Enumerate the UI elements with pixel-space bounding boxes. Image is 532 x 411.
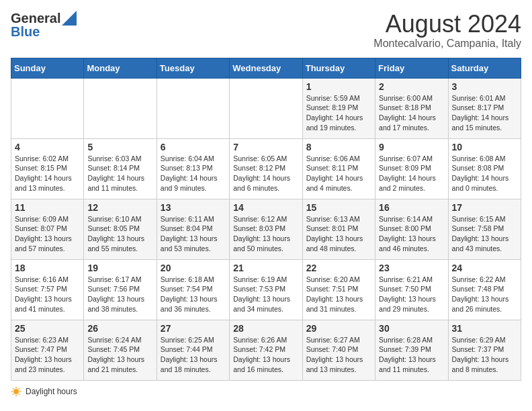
- svg-line-8: [19, 388, 19, 389]
- logo-blue-text: Blue: [11, 24, 77, 39]
- calendar-cell: 25Sunrise: 6:23 AMSunset: 7:47 PMDayligh…: [11, 320, 84, 380]
- day-number: 5: [87, 142, 152, 152]
- week-row-1: 1Sunrise: 5:59 AMSunset: 8:19 PMDaylight…: [11, 78, 521, 138]
- day-info: Sunrise: 6:25 AMSunset: 7:44 PMDaylight:…: [161, 335, 226, 375]
- day-info: Sunrise: 6:11 AMSunset: 8:04 PMDaylight:…: [161, 214, 226, 254]
- col-saturday: Saturday: [448, 58, 521, 78]
- logo: General Blue: [11, 11, 77, 39]
- calendar-cell: 27Sunrise: 6:25 AMSunset: 7:44 PMDayligh…: [157, 320, 229, 380]
- svg-line-7: [19, 394, 19, 394]
- day-info: Sunrise: 6:09 AMSunset: 8:07 PMDaylight:…: [15, 214, 80, 254]
- calendar-cell: 1Sunrise: 5:59 AMSunset: 8:19 PMDaylight…: [302, 78, 375, 138]
- day-number: 30: [379, 323, 444, 334]
- calendar-cell: 31Sunrise: 6:29 AMSunset: 7:37 PMDayligh…: [448, 320, 521, 380]
- day-number: 6: [161, 142, 226, 152]
- calendar-cell: 8Sunrise: 6:06 AMSunset: 8:11 PMDaylight…: [302, 138, 375, 199]
- calendar-cell: 14Sunrise: 6:12 AMSunset: 8:03 PMDayligh…: [230, 199, 302, 259]
- calendar-cell: 4Sunrise: 6:02 AMSunset: 8:15 PMDaylight…: [11, 138, 84, 199]
- calendar-cell: 12Sunrise: 6:10 AMSunset: 8:05 PMDayligh…: [84, 199, 157, 259]
- calendar-cell: 5Sunrise: 6:03 AMSunset: 8:14 PMDaylight…: [84, 138, 157, 199]
- day-number: 27: [161, 323, 226, 334]
- day-info: Sunrise: 6:18 AMSunset: 7:54 PMDaylight:…: [161, 275, 226, 314]
- day-info: Sunrise: 6:15 AMSunset: 7:58 PMDaylight:…: [452, 214, 517, 254]
- day-number: 4: [15, 142, 80, 152]
- calendar-cell: 20Sunrise: 6:18 AMSunset: 7:54 PMDayligh…: [157, 259, 229, 320]
- day-info: Sunrise: 6:20 AMSunset: 7:51 PMDaylight:…: [306, 275, 371, 314]
- day-number: 11: [15, 202, 80, 213]
- calendar-cell: 29Sunrise: 6:27 AMSunset: 7:40 PMDayligh…: [302, 320, 375, 380]
- col-wednesday: Wednesday: [230, 58, 302, 78]
- day-number: 13: [161, 202, 226, 213]
- day-info: Sunrise: 6:16 AMSunset: 7:57 PMDaylight:…: [15, 275, 80, 314]
- day-info: Sunrise: 6:21 AMSunset: 7:50 PMDaylight:…: [379, 275, 444, 314]
- header-row: Sunday Monday Tuesday Wednesday Thursday…: [11, 58, 521, 78]
- day-number: 1: [306, 81, 371, 92]
- calendar-cell: 23Sunrise: 6:21 AMSunset: 7:50 PMDayligh…: [375, 259, 448, 320]
- day-info: Sunrise: 6:10 AMSunset: 8:05 PMDaylight:…: [87, 214, 152, 254]
- day-info: Sunrise: 6:23 AMSunset: 7:47 PMDaylight:…: [15, 335, 80, 375]
- day-number: 24: [452, 263, 517, 273]
- day-number: 23: [379, 263, 444, 273]
- day-number: 16: [379, 202, 444, 213]
- calendar-cell: 2Sunrise: 6:00 AMSunset: 8:18 PMDaylight…: [375, 78, 448, 138]
- title-block: August 2024 Montecalvario, Campania, Ita…: [373, 11, 521, 50]
- day-info: Sunrise: 6:17 AMSunset: 7:56 PMDaylight:…: [87, 275, 152, 314]
- week-row-2: 4Sunrise: 6:02 AMSunset: 8:15 PMDaylight…: [11, 138, 521, 199]
- page-subtitle: Montecalvario, Campania, Italy: [373, 38, 521, 50]
- col-tuesday: Tuesday: [157, 58, 229, 78]
- logo-general-text: General: [11, 11, 60, 26]
- day-number: 25: [15, 323, 80, 334]
- day-info: Sunrise: 6:07 AMSunset: 8:09 PMDaylight:…: [379, 154, 444, 193]
- calendar-cell: 28Sunrise: 6:26 AMSunset: 7:42 PMDayligh…: [230, 320, 302, 380]
- calendar-cell: 19Sunrise: 6:17 AMSunset: 7:56 PMDayligh…: [84, 259, 157, 320]
- svg-point-1: [13, 389, 19, 394]
- daylight-label: Daylight hours: [26, 387, 77, 396]
- calendar-cell: 13Sunrise: 6:11 AMSunset: 8:04 PMDayligh…: [157, 199, 229, 259]
- footer: Daylight hours: [11, 386, 521, 397]
- calendar-cell: [11, 78, 84, 138]
- calendar-cell: 10Sunrise: 6:08 AMSunset: 8:08 PMDayligh…: [448, 138, 521, 199]
- day-info: Sunrise: 6:02 AMSunset: 8:15 PMDaylight:…: [15, 154, 80, 193]
- day-info: Sunrise: 6:01 AMSunset: 8:17 PMDaylight:…: [452, 93, 517, 133]
- day-info: Sunrise: 6:00 AMSunset: 8:18 PMDaylight:…: [379, 93, 444, 133]
- calendar-cell: 24Sunrise: 6:22 AMSunset: 7:48 PMDayligh…: [448, 259, 521, 320]
- svg-line-9: [13, 394, 13, 394]
- day-number: 15: [306, 202, 371, 213]
- day-info: Sunrise: 6:12 AMSunset: 8:03 PMDaylight:…: [233, 214, 298, 254]
- day-number: 3: [452, 81, 517, 92]
- calendar-cell: [84, 78, 157, 138]
- calendar-cell: 3Sunrise: 6:01 AMSunset: 8:17 PMDaylight…: [448, 78, 521, 138]
- day-number: 26: [87, 323, 152, 334]
- day-number: 10: [452, 142, 517, 152]
- week-row-3: 11Sunrise: 6:09 AMSunset: 8:07 PMDayligh…: [11, 199, 521, 259]
- calendar-cell: [157, 78, 229, 138]
- calendar-cell: 18Sunrise: 6:16 AMSunset: 7:57 PMDayligh…: [11, 259, 84, 320]
- day-info: Sunrise: 6:05 AMSunset: 8:12 PMDaylight:…: [233, 154, 298, 193]
- day-info: Sunrise: 6:06 AMSunset: 8:11 PMDaylight:…: [306, 154, 371, 193]
- calendar-cell: 26Sunrise: 6:24 AMSunset: 7:45 PMDayligh…: [84, 320, 157, 380]
- day-number: 29: [306, 323, 371, 334]
- day-number: 20: [161, 263, 226, 273]
- calendar-cell: 11Sunrise: 6:09 AMSunset: 8:07 PMDayligh…: [11, 199, 84, 259]
- day-info: Sunrise: 6:13 AMSunset: 8:01 PMDaylight:…: [306, 214, 371, 254]
- day-info: Sunrise: 6:29 AMSunset: 7:37 PMDaylight:…: [452, 335, 517, 375]
- sun-icon: [11, 386, 21, 397]
- svg-marker-0: [62, 11, 77, 26]
- day-number: 17: [452, 202, 517, 213]
- calendar-cell: 7Sunrise: 6:05 AMSunset: 8:12 PMDaylight…: [230, 138, 302, 199]
- day-info: Sunrise: 6:27 AMSunset: 7:40 PMDaylight:…: [306, 335, 371, 375]
- calendar-table: Sunday Monday Tuesday Wednesday Thursday…: [11, 58, 521, 381]
- col-sunday: Sunday: [11, 58, 84, 78]
- day-info: Sunrise: 6:08 AMSunset: 8:08 PMDaylight:…: [452, 154, 517, 193]
- day-number: 14: [233, 202, 298, 213]
- week-row-5: 25Sunrise: 6:23 AMSunset: 7:47 PMDayligh…: [11, 320, 521, 380]
- col-monday: Monday: [84, 58, 157, 78]
- svg-line-6: [13, 388, 13, 389]
- day-number: 21: [233, 263, 298, 273]
- day-number: 12: [87, 202, 152, 213]
- day-info: Sunrise: 6:14 AMSunset: 8:00 PMDaylight:…: [379, 214, 444, 254]
- col-friday: Friday: [375, 58, 448, 78]
- day-info: Sunrise: 6:04 AMSunset: 8:13 PMDaylight:…: [161, 154, 226, 193]
- page-header: General Blue August 2024 Montecalvario, …: [11, 11, 521, 50]
- page-title: August 2024: [373, 11, 521, 38]
